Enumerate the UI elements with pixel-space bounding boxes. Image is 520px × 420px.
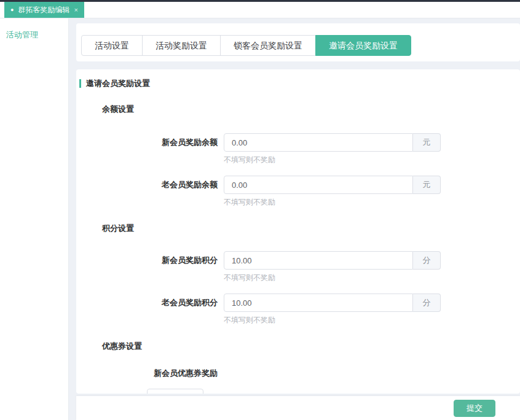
- settings-tab-group: 活动设置 活动奖励设置 锁客会员奖励设置 邀请会员奖励设置: [81, 35, 411, 56]
- old-member-points-hint: 不填写则不奖励: [224, 316, 520, 324]
- new-member-balance-hint: 不填写则不奖励: [224, 156, 520, 163]
- new-member-points-hint: 不填写则不奖励: [224, 274, 520, 281]
- section-title-bar-icon: [79, 79, 81, 88]
- group-title-balance: 余额设置: [102, 104, 520, 115]
- submit-button[interactable]: 提交: [454, 400, 495, 417]
- main-area: 活动设置 活动奖励设置 锁客会员奖励设置 邀请会员奖励设置 邀请会员奖励设置 余…: [69, 18, 520, 420]
- new-member-points-input-group: 分: [224, 251, 441, 270]
- old-member-balance-unit: 元: [413, 176, 441, 194]
- section-title: 邀请会员奖励设置: [79, 78, 520, 89]
- tab-activity-settings[interactable]: 活动设置: [81, 35, 143, 56]
- new-member-balance-label: 新会员奖励余额: [79, 133, 224, 152]
- old-member-points-field: 老会员奖励积分 分: [79, 294, 520, 312]
- new-member-coupon-field: 新会员优惠券奖励: [79, 368, 520, 378]
- new-member-coupon-label: 新会员优惠券奖励: [79, 368, 224, 378]
- window-tabbar: ● 群拓客奖励编辑 ×: [0, 2, 520, 18]
- sidebar: 活动管理: [0, 18, 69, 420]
- tab-dot-icon: ●: [10, 7, 14, 13]
- old-member-balance-input[interactable]: [224, 176, 413, 194]
- tab-activity-reward-settings[interactable]: 活动奖励设置: [142, 35, 221, 56]
- window-tab-label: 群拓客奖励编辑: [18, 5, 69, 15]
- old-member-balance-input-group: 元: [224, 176, 441, 194]
- page-body: 活动管理 活动设置 活动奖励设置 锁客会员奖励设置 邀请会员奖励设置 邀请会员奖…: [0, 18, 520, 420]
- new-member-balance-field: 新会员奖励余额 元: [79, 133, 520, 152]
- old-member-balance-label: 老会员奖励余额: [79, 176, 224, 194]
- old-member-points-input-group: 分: [224, 294, 441, 312]
- form-panel: 邀请会员奖励设置 余额设置 新会员奖励余额 元 不填写则不奖励 老会员奖励余额 …: [76, 69, 520, 394]
- select-coupon-button[interactable]: 选择优惠券: [147, 389, 203, 394]
- section-title-text: 邀请会员奖励设置: [86, 78, 150, 89]
- old-member-points-unit: 分: [413, 294, 441, 312]
- new-member-points-unit: 分: [413, 251, 441, 270]
- tab-close-icon[interactable]: ×: [74, 7, 77, 14]
- group-title-points: 积分设置: [102, 223, 520, 234]
- new-member-points-field: 新会员奖励积分 分: [79, 251, 520, 270]
- new-member-points-label: 新会员奖励积分: [79, 251, 224, 270]
- new-member-balance-unit: 元: [413, 133, 441, 152]
- old-member-points-input[interactable]: [224, 294, 413, 312]
- group-title-coupon: 优惠券设置: [102, 341, 520, 352]
- old-member-points-label: 老会员奖励积分: [79, 294, 224, 312]
- tab-invite-member-reward-settings[interactable]: 邀请会员奖励设置: [315, 35, 411, 56]
- new-member-points-input[interactable]: [224, 251, 413, 270]
- window-tab-active[interactable]: ● 群拓客奖励编辑 ×: [4, 2, 84, 18]
- footer-bar: 提交: [76, 396, 520, 420]
- tab-lock-member-reward-settings[interactable]: 锁客会员奖励设置: [220, 35, 316, 56]
- new-member-balance-input[interactable]: [224, 133, 413, 152]
- sidebar-item-activity-management[interactable]: 活动管理: [0, 26, 68, 44]
- new-member-balance-input-group: 元: [224, 133, 441, 152]
- old-member-balance-hint: 不填写则不奖励: [224, 198, 520, 206]
- tabs-panel: 活动设置 活动奖励设置 锁客会员奖励设置 邀请会员奖励设置: [76, 23, 520, 61]
- old-member-balance-field: 老会员奖励余额 元: [79, 176, 520, 194]
